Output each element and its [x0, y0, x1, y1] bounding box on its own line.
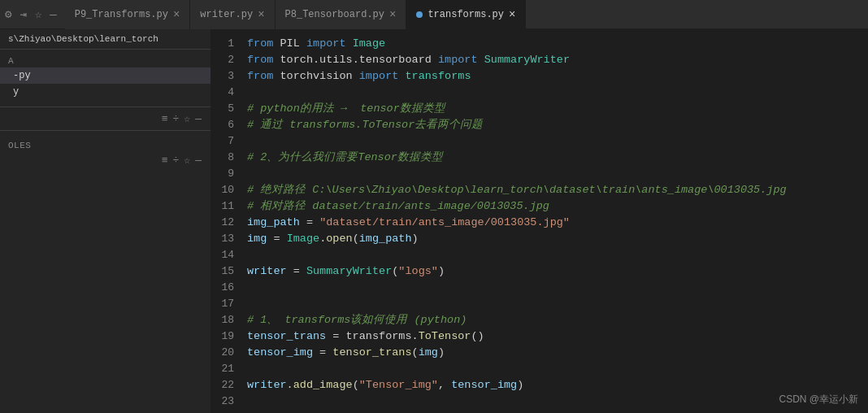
code-line[interactable] — [247, 361, 868, 377]
code-lines[interactable]: from PIL import Imagefrom torch.utils.te… — [241, 29, 868, 413]
tab-label: P9_Transforms.py — [75, 9, 168, 20]
sidebar-divider — [0, 107, 210, 107]
line-number: 5 — [218, 101, 234, 117]
line-number: 2 — [218, 52, 234, 68]
line-number: 13 — [218, 231, 234, 247]
code-line[interactable]: from torchvision import transforms — [247, 68, 868, 85]
tab-P8_Tensorboard-py[interactable]: P8_Tensorboard.py × — [276, 0, 407, 29]
sidebar-file-item[interactable]: y — [0, 84, 210, 100]
code-line[interactable]: img_path = "dataset/train/ants_image/001… — [247, 215, 868, 231]
sidebar: s\Zhiyao\Desktop\learn_torch a -pyy ≡ ÷ … — [0, 29, 211, 413]
tab-transforms-py[interactable]: transforms.py × — [406, 0, 526, 29]
code-line[interactable] — [247, 280, 868, 296]
line-number: 11 — [218, 198, 234, 215]
code-line[interactable]: # 2、为什么我们需要Tensor数据类型 — [247, 150, 868, 166]
code-line[interactable]: tensor_trans = transforms.ToTensor() — [247, 328, 868, 345]
line-number: 23 — [218, 393, 234, 410]
tab-close-icon[interactable]: × — [258, 9, 264, 20]
line-number: 9 — [218, 166, 234, 182]
tab-label: transforms.py — [427, 9, 504, 20]
code-line[interactable] — [247, 296, 868, 312]
line-number: 7 — [218, 133, 234, 150]
code-line[interactable]: # python的用法 → tensor数据类型 — [247, 101, 868, 117]
split-icon[interactable]: ⇥ — [18, 6, 28, 23]
code-line[interactable] — [247, 85, 868, 101]
line-number: 8 — [218, 150, 234, 166]
line-number: 17 — [218, 296, 234, 312]
line-number: 19 — [218, 328, 234, 345]
line-number: 24 — [218, 410, 234, 413]
tab-label: P8_Tensorboard.py — [285, 9, 384, 20]
code-line[interactable]: img = Image.open(img_path) — [247, 231, 868, 247]
minus3-icon[interactable]: — — [195, 154, 202, 167]
tabs-container: P9_Transforms.py ×writer.py ×P8_Tensorbo… — [65, 0, 527, 28]
line-number: 22 — [218, 377, 234, 393]
star2-icon[interactable]: ☆ — [184, 112, 190, 125]
sidebar-divider2 — [0, 130, 210, 131]
star-icon[interactable]: ☆ — [33, 6, 43, 23]
line-number: 12 — [218, 215, 234, 231]
list-icon[interactable]: ≡ — [162, 113, 168, 125]
code-line[interactable]: tensor_img = tensor_trans(img) — [247, 345, 868, 361]
code-line[interactable]: from torch.utils.tensorboard import Summ… — [247, 52, 868, 68]
tab-close-icon[interactable]: × — [509, 9, 515, 20]
code-line[interactable]: writer.close() — [247, 410, 868, 413]
line-number: 21 — [218, 361, 234, 377]
list2-icon[interactable]: ≡ — [162, 154, 168, 167]
line-number: 14 — [218, 247, 234, 263]
line-number: 15 — [218, 263, 234, 280]
code-line[interactable] — [247, 247, 868, 263]
tab-P9_Transforms-py[interactable]: P9_Transforms.py × — [65, 0, 191, 29]
line-numbers: 1234567891011121314151617181920212223242… — [211, 29, 241, 413]
code-line[interactable]: # 相对路径 dataset/train/ants_image/0013035.… — [247, 198, 868, 215]
tab-writer-py[interactable]: writer.py × — [190, 0, 275, 29]
code-line[interactable]: # 1、 transforms该如何使用 (python) — [247, 312, 868, 328]
sidebar-section1: a -pyy — [0, 50, 210, 103]
line-number: 3 — [218, 68, 234, 85]
sidebar-section2: oles ≡ ÷ ☆ — — [0, 134, 210, 172]
sidebar-section2-label: oles — [0, 137, 210, 152]
line-number: 1 — [218, 36, 234, 52]
sidebar-section1-label: a — [0, 53, 210, 67]
split2-icon[interactable]: ÷ — [173, 113, 180, 125]
sidebar-items: -pyy — [0, 67, 210, 100]
line-number: 4 — [218, 85, 234, 101]
line-number: 6 — [218, 117, 234, 133]
minus2-icon[interactable]: — — [195, 113, 202, 125]
tab-close-icon[interactable]: × — [389, 9, 396, 20]
split3-icon[interactable]: ÷ — [173, 154, 180, 167]
line-number: 10 — [218, 182, 234, 198]
tab-dot — [416, 11, 423, 18]
sidebar-toolbar1: ≡ ÷ ☆ — — [0, 111, 210, 127]
code-line[interactable]: writer = SummaryWriter("logs") — [247, 263, 868, 280]
code-line[interactable] — [247, 133, 868, 150]
code-line[interactable]: # 通过 transforms.ToTensor去看两个问题 — [247, 117, 868, 133]
star3-icon[interactable]: ☆ — [184, 154, 190, 167]
code-line[interactable] — [247, 393, 868, 410]
code-container[interactable]: 1234567891011121314151617181920212223242… — [211, 29, 868, 413]
tab-bar: ⚙ ⇥ ☆ — P9_Transforms.py ×writer.py ×P8_… — [0, 0, 868, 29]
code-line[interactable]: writer.add_image("Tensor_img", tensor_im… — [247, 377, 868, 393]
line-number: 18 — [218, 312, 234, 328]
code-line[interactable] — [247, 166, 868, 182]
tab-label: writer.py — [200, 9, 253, 20]
sidebar-path: s\Zhiyao\Desktop\learn_torch — [0, 29, 210, 50]
tab-close-icon[interactable]: × — [173, 9, 180, 20]
code-line[interactable]: from PIL import Image — [247, 36, 868, 52]
settings-icon[interactable]: ⚙ — [3, 6, 13, 23]
code-line[interactable]: # 绝对路径 C:\Users\Zhiyao\Desktop\learn_tor… — [247, 182, 868, 198]
editor-area: 1234567891011121314151617181920212223242… — [211, 29, 868, 413]
sidebar-file-item[interactable]: -py — [0, 67, 210, 84]
line-number: 16 — [218, 280, 234, 296]
line-number: 20 — [218, 345, 234, 361]
sidebar-toolbar2: ≡ ÷ ☆ — — [0, 152, 210, 168]
main-area: s\Zhiyao\Desktop\learn_torch a -pyy ≡ ÷ … — [0, 29, 868, 413]
minus-icon[interactable]: — — [48, 7, 58, 23]
tab-bar-icons: ⚙ ⇥ ☆ — — [3, 6, 59, 23]
